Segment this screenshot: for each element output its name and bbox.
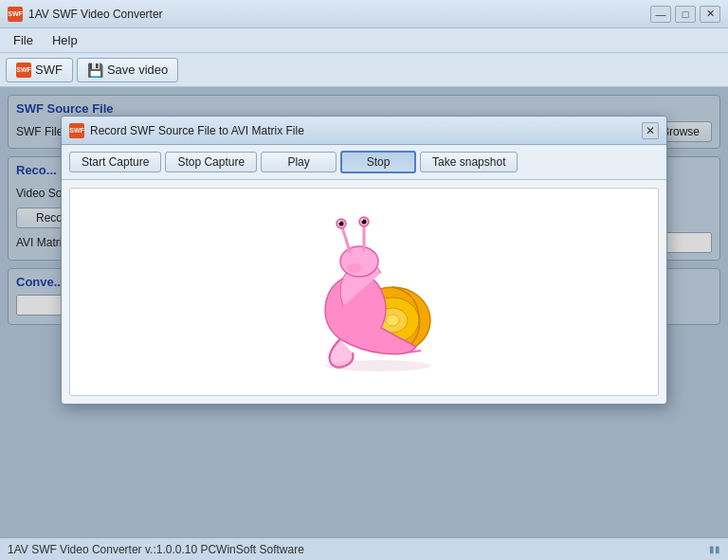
modal-toolbar: Start Capture Stop Capture Play Stop Tak…: [62, 145, 666, 180]
swf-tab-icon: SWF: [16, 63, 31, 78]
maximize-button[interactable]: □: [675, 6, 696, 23]
stop-capture-button[interactable]: Stop Capture: [165, 152, 257, 172]
start-capture-button[interactable]: Start Capture: [69, 152, 161, 172]
close-button[interactable]: ✕: [700, 6, 720, 23]
svg-point-3: [386, 315, 399, 326]
svg-point-4: [340, 246, 378, 277]
snail-image: [269, 207, 459, 377]
toolbar: SWF SWF 💾 Save video: [0, 53, 728, 87]
save-video-button[interactable]: 💾 Save video: [77, 58, 178, 82]
snail-svg: [269, 207, 459, 377]
modal-preview-area: [69, 188, 659, 396]
modal-title-bar: SWF Record SWF Source File to AVI Matrix…: [62, 117, 666, 145]
stop-button[interactable]: Stop: [340, 151, 416, 173]
menu-help[interactable]: Help: [43, 30, 87, 50]
status-bar: 1AV SWF Video Converter v.:1.0.0.10 PCWi…: [0, 537, 728, 560]
modal-icon: SWF: [69, 123, 84, 138]
play-button[interactable]: Play: [261, 152, 337, 172]
app-icon: SWF: [8, 7, 23, 22]
save-video-label: Save video: [107, 63, 168, 77]
modal-overlay: SWF Record SWF Source File to AVI Matrix…: [0, 87, 728, 537]
status-text: 1AV SWF Video Converter v.:1.0.0.10 PCWi…: [8, 543, 304, 556]
window-title: 1AV SWF Video Converter: [28, 8, 650, 21]
modal-dialog: SWF Record SWF Source File to AVI Matrix…: [61, 116, 667, 405]
title-bar-controls: — □ ✕: [650, 6, 720, 23]
svg-point-11: [347, 263, 362, 273]
modal-close-button[interactable]: ✕: [642, 122, 659, 139]
svg-point-12: [326, 360, 430, 371]
swf-tab-label: SWF: [35, 63, 63, 77]
main-content: SWF Source File SWF File: Browse Reco...…: [0, 87, 728, 537]
menu-bar: File Help: [0, 28, 728, 53]
save-icon: 💾: [87, 63, 103, 78]
status-indicator: ▮▮: [709, 544, 720, 554]
modal-title: Record SWF Source File to AVI Matrix Fil…: [90, 124, 642, 137]
swf-tab-button[interactable]: SWF SWF: [6, 58, 73, 82]
title-bar: SWF 1AV SWF Video Converter — □ ✕: [0, 0, 728, 28]
svg-point-7: [338, 221, 340, 223]
menu-file[interactable]: File: [4, 30, 43, 50]
minimize-button[interactable]: —: [650, 6, 671, 23]
svg-point-10: [361, 219, 363, 221]
take-snapshot-button[interactable]: Take snapshot: [420, 152, 518, 172]
